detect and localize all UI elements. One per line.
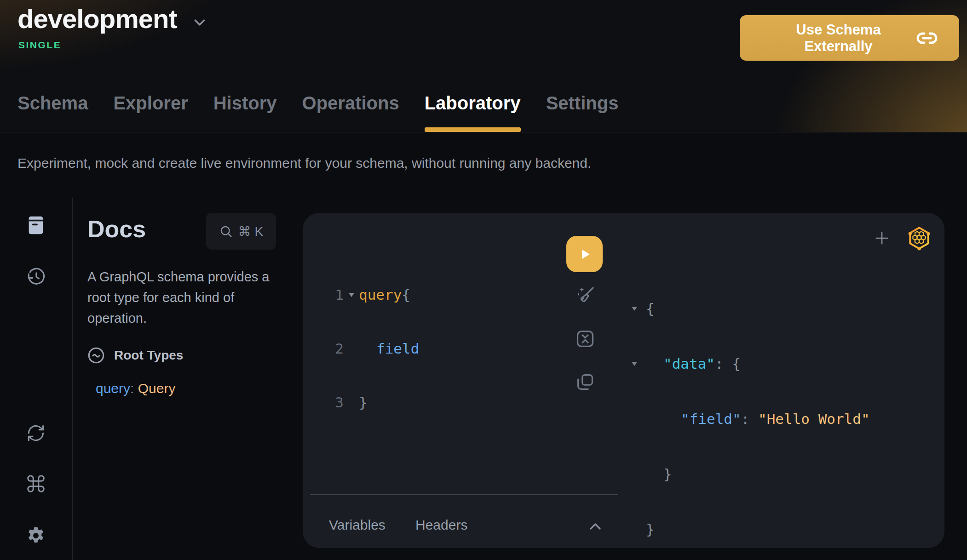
line-number: 2	[303, 340, 344, 357]
prettify-icon[interactable]	[574, 285, 596, 307]
response-viewer: { "data": { "field": "Hello World" } }	[631, 264, 870, 560]
search-shortcut-label: ⌘ K	[238, 224, 263, 239]
chevron-down-icon[interactable]	[191, 14, 208, 31]
graphiql-panel: 1 query{ 2 field 3 }	[303, 213, 944, 548]
response-inner-close: }	[646, 466, 672, 482]
copy-query-icon[interactable]	[574, 371, 596, 393]
root-types-section: Root Types	[86, 346, 183, 365]
page-title: development	[17, 5, 177, 33]
code-field: field	[359, 340, 419, 357]
code-close-brace: }	[359, 394, 368, 411]
response-field-value: "Hello World"	[758, 411, 870, 427]
response-data-open: {	[732, 355, 741, 372]
docs-icon[interactable]	[25, 215, 46, 236]
play-icon	[576, 246, 593, 263]
settings-gear-icon[interactable]	[25, 525, 46, 546]
response-outer-open: {	[646, 300, 655, 317]
editor-line: 2 field	[303, 338, 419, 359]
fold-triangle-icon[interactable]	[631, 360, 646, 367]
code-keyword: query	[359, 286, 402, 303]
root-types-label: Root Types	[114, 348, 183, 363]
laboratory-page: development SINGLE Use Schema Externally…	[0, 0, 967, 560]
code-open-brace: {	[402, 286, 410, 303]
response-line: "data": {	[631, 353, 870, 375]
docs-panel: Docs ⌘ K A GraphQL schema provides a roo…	[73, 198, 303, 560]
root-type-field[interactable]: query	[96, 381, 130, 396]
use-schema-externally-label: Use Schema Externally	[761, 22, 916, 55]
tab-operations[interactable]: Operations	[302, 94, 399, 132]
docs-description: A GraphQL schema provides a root type fo…	[87, 267, 290, 329]
docs-heading: Docs	[87, 215, 146, 243]
refresh-icon[interactable]	[25, 423, 46, 444]
tab-laboratory[interactable]: Laboratory	[425, 94, 521, 132]
root-type-separator: :	[130, 381, 138, 396]
line-number: 1	[303, 286, 344, 303]
editor-line: 3 }	[303, 392, 419, 412]
line-number: 3	[303, 394, 344, 411]
tab-schema[interactable]: Schema	[17, 94, 88, 132]
editor-footer-divider	[310, 494, 618, 495]
response-line: }	[631, 518, 870, 540]
response-outer-close: }	[646, 521, 655, 537]
response-field-key: "field"	[681, 411, 741, 427]
collapse-chevron-up-icon[interactable]	[585, 517, 605, 536]
response-data-colon: :	[715, 355, 732, 372]
tab-history[interactable]: History	[213, 94, 277, 132]
fold-triangle-icon[interactable]	[344, 291, 359, 298]
page-header: development SINGLE Use Schema Externally…	[0, 0, 967, 132]
docs-search-button[interactable]: ⌘ K	[206, 213, 276, 250]
command-shortcuts-icon[interactable]	[25, 473, 46, 494]
merge-fragments-icon[interactable]	[574, 328, 596, 350]
laboratory-sidebar	[0, 198, 73, 560]
add-tab-plus-icon[interactable]	[872, 229, 892, 248]
response-line: {	[631, 297, 870, 320]
response-line: "field": "Hello World"	[631, 408, 870, 430]
use-schema-externally-button[interactable]: Use Schema Externally	[740, 15, 959, 61]
tab-variables[interactable]: Variables	[329, 517, 386, 533]
project-title-row: development	[17, 5, 208, 33]
root-type-name[interactable]: Query	[138, 381, 176, 396]
status-badge: SINGLE	[18, 40, 61, 51]
search-icon	[219, 224, 233, 238]
editor-line: 1 query{	[303, 284, 419, 305]
response-data-key: "data"	[663, 355, 715, 372]
root-types-icon	[86, 346, 106, 365]
hive-logo-icon[interactable]	[906, 225, 932, 251]
tab-headers[interactable]: Headers	[415, 517, 467, 533]
root-type-query-link[interactable]: query: Query	[96, 381, 175, 396]
response-field-colon: :	[741, 411, 758, 427]
fold-triangle-icon[interactable]	[631, 305, 646, 312]
history-icon[interactable]	[25, 266, 46, 287]
tab-settings[interactable]: Settings	[546, 94, 619, 132]
main-tabs: Schema Explorer History Operations Labor…	[17, 94, 618, 132]
tab-explorer[interactable]: Explorer	[113, 94, 188, 132]
response-line: }	[631, 463, 870, 485]
link-icon	[916, 27, 938, 49]
query-editor[interactable]: 1 query{ 2 field 3 }	[303, 251, 419, 446]
page-subtitle: Experiment, mock and create live environ…	[17, 155, 591, 171]
execute-query-button[interactable]	[566, 236, 603, 272]
